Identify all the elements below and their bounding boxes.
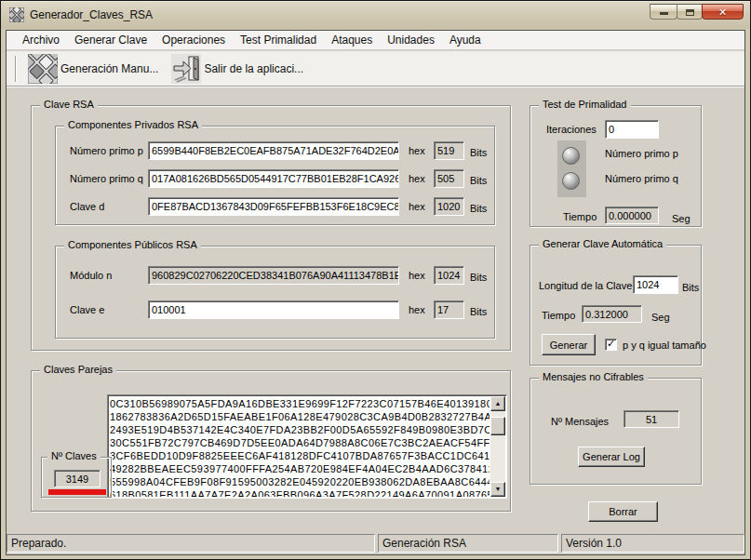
tiempo-test-field: 0.000000	[605, 207, 659, 224]
pq-igual-checkbox[interactable]	[605, 339, 617, 351]
app-window: Generador_Claves_RSA ✕ Archivo Generar C…	[0, 0, 751, 560]
client-area: Archivo Generar Clave Operaciones Test P…	[6, 30, 745, 555]
minimize-icon	[660, 12, 668, 15]
menu-ayuda[interactable]: Ayuda	[442, 32, 489, 48]
led-p-label: Número primo p	[605, 148, 678, 159]
led-q-label: Número primo q	[605, 173, 678, 184]
group-title: Componentes Públicos RSA	[64, 239, 201, 250]
app-keyboard-icon	[9, 7, 24, 22]
bits-q-field: 505	[434, 169, 464, 188]
status-message: Preparado.	[7, 534, 375, 553]
toolbar-salir-button[interactable]: Salir de la aplicaci...	[169, 53, 305, 85]
hex-label: hex	[409, 201, 425, 212]
group-claves-parejas: Claves Parejas 0C310B56989075A5FDA9A16DB…	[31, 370, 511, 512]
n-mensajes-label: Nº Mensajes	[551, 416, 609, 427]
bits-label: Bits	[682, 282, 699, 293]
pairs-line: 1862783836A2D65D15FAEABE1F06A128E479028C…	[110, 410, 489, 423]
pairs-textarea[interactable]: 0C310B56989075A5FDA9A16DBE331E9699F12F72…	[107, 394, 507, 499]
iteraciones-label: Iteraciones	[546, 124, 597, 135]
window-controls: ✕	[650, 4, 744, 20]
bits-label: Bits	[470, 147, 487, 158]
seg-label: Seg	[672, 213, 691, 224]
toolbar-generacion-manual-button[interactable]: Generación Manu...	[26, 53, 160, 85]
hex-label: hex	[409, 270, 425, 281]
toolbar: Generación Manu... Salir de la aplicaci.…	[7, 51, 744, 87]
toolbar-grip[interactable]	[15, 56, 17, 82]
close-button[interactable]: ✕	[702, 4, 744, 20]
pairs-line: 0C310B56989075A5FDA9A16DBE331E9699F12F72…	[110, 397, 489, 410]
n-claves-field: 3149	[54, 470, 101, 487]
borrar-button[interactable]: Borrar	[588, 501, 658, 522]
maximize-icon	[686, 9, 694, 16]
menu-bar: Archivo Generar Clave Operaciones Test P…	[7, 31, 744, 50]
seg-label: Seg	[651, 312, 670, 323]
bits-e-field: 17	[434, 300, 464, 319]
tiempo-auto-field: 0.312000	[582, 305, 642, 323]
pairs-line: 2493E519D4B537142E4C340E7FDA23BB2F00D5A6…	[110, 423, 489, 436]
group-componentes-publicos: Componentes Públicos RSA Módulo n 960829…	[55, 246, 495, 339]
clave-e-label: Clave e	[70, 304, 104, 315]
clave-d-input[interactable]: 0FE87BACD1367843D09F65FEFBB153F6E18C9EC8…	[148, 197, 399, 216]
numero-primo-p-input[interactable]: 6599B440F8EB2EC0EAFB875A71ADE32F764D2E0A…	[148, 141, 399, 160]
scroll-down-icon[interactable]: ▼	[490, 482, 505, 497]
vertical-scrollbar[interactable]: ▲ ▼	[490, 396, 505, 497]
status-version: Versión 1.0	[561, 534, 744, 553]
hex-label: hex	[409, 173, 425, 184]
scrollbar-thumb[interactable]	[490, 417, 505, 435]
pairs-line: 618B0581EB111AA7A7E2A2A063FBB096A3A7F528…	[110, 488, 489, 497]
toolbar-button-label: Salir de la aplicaci...	[204, 62, 303, 75]
group-title: Clave RSA	[40, 99, 98, 110]
menu-operaciones[interactable]: Operaciones	[154, 32, 233, 48]
led-primo-q-icon	[562, 172, 580, 190]
longitud-label: Longitud de la Clave	[539, 280, 632, 291]
modulo-n-label: Módulo n	[70, 270, 112, 281]
window-title: Generador_Claves_RSA	[30, 8, 153, 21]
toolbar-button-label: Generación Manu...	[60, 62, 158, 75]
bits-n-field: 1024	[434, 266, 464, 285]
group-componentes-privados: Componentes Privados RSA Número primo p …	[55, 126, 495, 225]
group-mensajes-no-cifrables: Mensajes no Cifrables Nº Mensajes 51 Gen…	[530, 378, 702, 485]
clave-e-input[interactable]: 010001	[148, 300, 399, 319]
n-mensajes-field: 51	[624, 410, 679, 428]
keyboard-keys-icon	[28, 54, 58, 84]
clave-d-label: Clave d	[70, 201, 104, 212]
group-title: Componentes Privados RSA	[64, 119, 202, 130]
minimize-button[interactable]	[650, 4, 677, 20]
pairs-textarea-content: 0C310B56989075A5FDA9A16DBE331E9699F12F72…	[110, 397, 489, 497]
pairs-line: 49282BBEAEEC593977400FFFA254AB720E984EF4…	[110, 462, 489, 475]
tiempo-label: Tiempo	[542, 310, 575, 321]
bits-label: Bits	[470, 306, 487, 317]
titlebar[interactable]: Generador_Claves_RSA ✕	[1, 1, 750, 29]
menu-unidades[interactable]: Unidades	[380, 32, 442, 48]
bits-p-field: 519	[434, 141, 464, 160]
numero-primo-q-input[interactable]: 017A081626BD565D0544917C77BB01EB28F1CA92…	[148, 169, 399, 188]
pairs-line: 30C551FB72C797CB469D7D5EE0ADA64D7988A8C0…	[110, 436, 489, 449]
led-panel	[557, 140, 586, 197]
group-title: Claves Parejas	[40, 364, 116, 375]
pairs-line: 3CF6BEDD10D9F8825EEEC6AF418128DFC4107BDA…	[110, 449, 489, 462]
hex-label: hex	[409, 145, 425, 156]
maximize-button[interactable]	[677, 4, 703, 20]
group-title: Test de Primalidad	[539, 99, 631, 110]
bits-label: Bits	[470, 272, 487, 283]
status-mode: Generación RSA	[378, 534, 558, 553]
menu-archivo[interactable]: Archivo	[15, 32, 67, 48]
iteraciones-input[interactable]: 0	[605, 120, 659, 139]
longitud-input[interactable]: 1024	[633, 275, 678, 294]
generar-button[interactable]: Generar	[542, 334, 596, 355]
led-primo-p-icon	[562, 147, 580, 165]
group-generar-automatica: Generar Clave Automática Longitud de la …	[530, 245, 702, 366]
group-title: Generar Clave Automática	[539, 238, 666, 249]
menu-ataques[interactable]: Ataques	[324, 32, 380, 48]
scroll-up-icon[interactable]: ▲	[490, 396, 505, 411]
menu-generar-clave[interactable]: Generar Clave	[67, 32, 154, 48]
group-title: Mensajes no Cifrables	[539, 371, 648, 382]
exit-door-icon	[171, 54, 201, 84]
pairs-line: 555998A04CFEB9F08F91595003282E045920220E…	[110, 475, 489, 488]
group-title: Nº Claves	[47, 450, 101, 461]
generar-log-button[interactable]: Generar Log	[578, 447, 645, 467]
menu-test-primalidad[interactable]: Test Primalidad	[233, 32, 324, 48]
tiempo-label: Tiempo	[563, 211, 597, 222]
numero-primo-p-label: Número primo p	[70, 145, 143, 156]
bits-label: Bits	[470, 175, 487, 186]
